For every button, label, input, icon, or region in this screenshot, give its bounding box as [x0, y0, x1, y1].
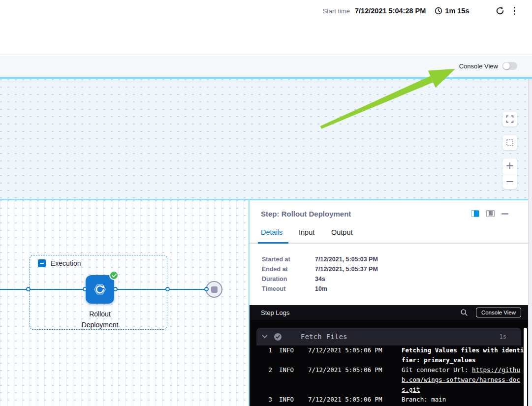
console-view-toggle[interactable]: [502, 62, 517, 70]
pipeline-canvas-upper[interactable]: [0, 79, 532, 199]
port-group-right: [165, 287, 170, 291]
log-section-header[interactable]: Fetch Files 1s: [256, 328, 521, 345]
refresh-button[interactable]: [494, 5, 506, 17]
log-scrollbar[interactable]: [524, 328, 527, 406]
log-row-2: 2 INFO 7/12/2021 5:05:06 PM Git connecto…: [250, 365, 522, 395]
log-rows: 1 INFO 7/12/2021 5:05:06 PM Fetching Val…: [250, 345, 522, 405]
chevron-down-icon: [262, 335, 268, 339]
log-row-1: 1 INFO 7/12/2021 5:05:06 PM Fetching Val…: [250, 345, 522, 365]
minimize-panel-button[interactable]: [501, 213, 508, 215]
success-badge-icon: [109, 271, 119, 280]
port-node-right: [113, 287, 118, 291]
port-stop-left: [204, 287, 209, 291]
elapsed-time: 1m 15s: [445, 7, 469, 15]
detail-row-started: Started at 7/12/2021, 5:05:03 PM: [262, 254, 378, 264]
marquee-select-button[interactable]: [502, 135, 517, 150]
log-section-title: Fetch Files: [301, 333, 347, 341]
stage-toolbar: Console View: [0, 56, 532, 77]
port-group-left: [26, 287, 31, 291]
detail-row-timeout: Timeout 10m: [262, 284, 378, 294]
execution-header: Start time 7/12/2021 5:04:28 PM 1m 15s: [0, 0, 532, 55]
log-search-button[interactable]: [459, 308, 469, 317]
zoom-controls: [502, 158, 517, 189]
split-view-button[interactable]: [471, 210, 479, 217]
zoom-out-button[interactable]: [502, 174, 517, 189]
port-node-left: [83, 287, 87, 291]
panel-view-icon: [486, 210, 495, 217]
console-view-label: Console View: [459, 62, 498, 70]
tab-details[interactable]: Details: [261, 228, 282, 236]
detail-row-ended: Ended at 7/12/2021, 5:05:37 PM: [262, 264, 378, 274]
step-panel-title: Step: Rollout Deployment: [261, 210, 351, 218]
node-label: Rollout Deployment: [61, 309, 139, 330]
plus-icon: [506, 162, 514, 170]
start-time-label: Start time: [322, 7, 350, 15]
pipeline-execution-page: Start time 7/12/2021 5:04:28 PM 1m 15s C…: [0, 0, 532, 406]
active-tab-underline: [258, 242, 288, 244]
fullscreen-icon: [506, 115, 514, 123]
detail-row-duration: Duration 34s: [262, 274, 378, 284]
panel-view-button[interactable]: [486, 210, 495, 217]
kebab-menu-icon[interactable]: [511, 6, 519, 16]
log-section-duration: 1s: [500, 333, 506, 340]
tab-input[interactable]: Input: [299, 228, 314, 236]
marquee-select-icon: [506, 139, 514, 147]
step-details-panel: Step: Rollout Deployment Details Input O…: [249, 200, 532, 406]
rollout-deployment-node[interactable]: [86, 275, 114, 304]
step-tabs: Details Input Output: [250, 224, 532, 244]
tab-output[interactable]: Output: [331, 228, 353, 236]
step-panel-header: Step: Rollout Deployment: [250, 200, 532, 224]
logs-console-view-button[interactable]: Console View: [476, 308, 521, 317]
check-circle-icon: [274, 333, 282, 341]
rollout-icon: [89, 278, 111, 301]
step-logs-title: Step Logs: [261, 309, 290, 316]
details-rows: Started at 7/12/2021, 5:05:03 PM Ended a…: [262, 254, 378, 294]
zoom-in-button[interactable]: [502, 158, 517, 174]
execution-group-label: Execution: [51, 259, 81, 267]
log-row-3: 3 INFO 7/12/2021 5:05:06 PM Branch: main: [250, 395, 522, 405]
page-scrollbar-track[interactable]: [528, 79, 532, 406]
log-viewer: Fetch Files 1s 1 INFO 7/12/2021 5:05:06 …: [250, 320, 532, 406]
collapse-group-button[interactable]: [38, 259, 46, 267]
search-icon: [460, 309, 468, 316]
clock-icon: [435, 7, 442, 15]
pipeline-canvas-lower[interactable]: Execution Rollout Deployment: [0, 200, 249, 406]
stop-icon: [211, 286, 218, 293]
minus-icon: [506, 178, 514, 186]
toggle-knob: [503, 62, 510, 69]
start-time-value: 7/12/2021 5:04:28 PM: [355, 7, 426, 15]
fullscreen-button[interactable]: [502, 112, 517, 126]
step-logs-bar: Step Logs Console View: [250, 305, 532, 320]
split-view-icon: [471, 210, 479, 217]
